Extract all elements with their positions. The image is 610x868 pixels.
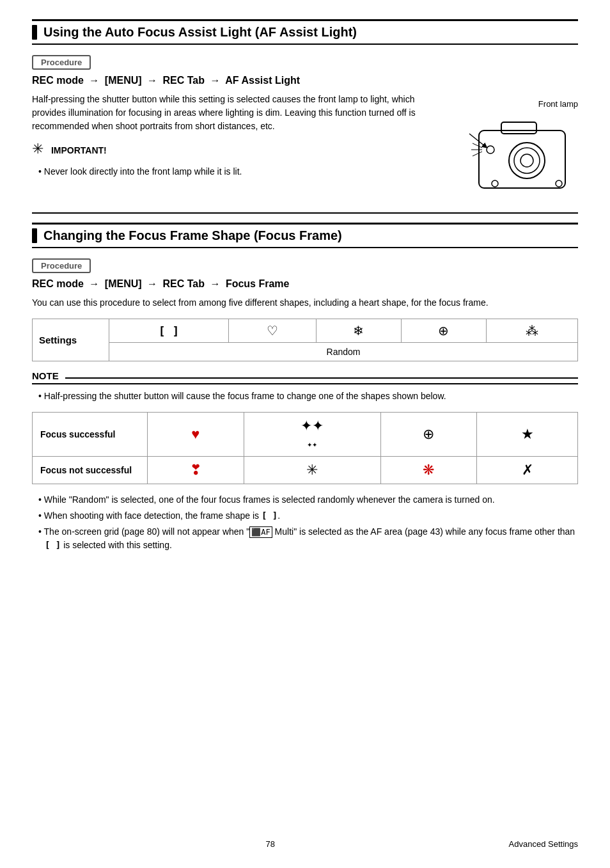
note-bullet-1: Half-pressing the shutter button will ca… [32,390,578,403]
focus-fail-icon-3: ❋ [380,457,477,484]
focus-success-icon-4: ★ [477,413,578,457]
nav2-part4: Focus Frame [226,278,290,289]
nav-arrow2: → [147,75,157,86]
svg-point-7 [492,180,498,187]
nav-path-2: REC mode → [MENU] → REC Tab → Focus Fram… [32,278,578,290]
focus-fail-icon-1: ❣ [148,457,244,484]
svg-line-6 [469,134,485,146]
focus-not-successful-label: Focus not successful [33,457,148,484]
section1-body-area: Half-pressing the shutter button while t… [32,93,578,200]
svg-point-3 [514,148,540,173]
page-footer: 78 Advanced Settings [32,839,578,849]
svg-point-4 [520,154,533,167]
important-block: ✳ IMPORTANT! [32,142,450,156]
settings-icon-3: ❄ [316,319,401,343]
footer-section-label: Advanced Settings [509,839,578,849]
important-icon: ✳ IMPORTANT! [32,142,107,156]
settings-random: Random [109,343,578,361]
nav-part4: AF Assist Light [225,75,300,86]
svg-line-11 [473,152,482,156]
procedure-badge-1: Procedure [32,52,578,75]
section2-title-bar: Changing the Focus Frame Shape (Focus Fr… [32,223,578,248]
section1-text-content: Half-pressing the shutter button while t… [32,93,450,181]
page-number: 78 [32,839,509,849]
bullet-4: The on-screen grid (page 80) will not ap… [32,525,578,552]
svg-rect-1 [501,122,536,134]
nav-arrow3: → [210,75,220,86]
settings-table: Settings [ ] ♡ ❄ ⊕ ⁂ Random [32,319,578,361]
settings-icon-4: ⊕ [401,319,486,343]
note-title: NOTE [32,370,578,384]
section2-title: Changing the Focus Frame Shape (Focus Fr… [43,228,342,243]
note-block: NOTE Half-pressing the shutter button wi… [32,370,578,403]
front-lamp-label: Front lamp [463,99,578,109]
svg-rect-0 [479,130,565,188]
focus-fail-icon-2: ✳ [244,457,380,484]
focus-table: Focus successful ♥ ✦✦✦✦ ⊕ ★ Focus not su… [32,412,578,484]
nav2-part2: [MENU] [105,278,142,289]
bullet-3: When shooting with face detection, the f… [32,509,578,523]
focus-success-icon-1: ♥ [148,413,244,457]
focus-fail-icon-4: ✗ [477,457,578,484]
nav-path-1: REC mode → [MENU] → REC Tab → AF Assist … [32,75,578,86]
nav2-part1: REC mode [32,278,84,289]
title-accent-2 [32,228,37,243]
nav2-part3: REC Tab [162,278,204,289]
settings-icon-1: [ ] [109,319,229,343]
nav2-arrow2: → [147,278,157,289]
focus-success-icon-3: ⊕ [380,413,477,457]
procedure-badge-2: Procedure [32,256,578,278]
section1-title-bar: Using the Auto Focus Assist Light (AF As… [32,19,578,45]
important-bullet: Never look directly into the front lamp … [32,165,450,178]
section1-body-text: Half-pressing the shutter button while t… [32,93,450,133]
settings-icon-2: ♡ [229,319,316,343]
section-divider-1 [32,212,578,214]
nav-arrow1: → [89,75,99,86]
section1-title: Using the Auto Focus Assist Light (AF As… [43,25,357,40]
svg-line-9 [473,143,482,148]
bullet-2: While "Random" is selected, one of the f… [32,493,578,507]
focus-successful-label: Focus successful [33,413,148,457]
settings-label: Settings [33,319,109,361]
nav-part3: REC Tab [162,75,204,86]
settings-icon-5: ⁂ [486,319,577,343]
svg-point-5 [487,146,494,154]
focus-success-icon-2: ✦✦✦✦ [244,413,380,457]
nav2-arrow1: → [89,278,99,289]
title-accent [32,25,37,40]
note-line [65,377,578,379]
nav-part1: REC mode [32,75,84,86]
camera-svg [466,114,575,198]
front-lamp-diagram: Front lamp [463,99,578,200]
svg-point-8 [556,180,562,187]
nav2-arrow3: → [210,278,220,289]
nav-part2: [MENU] [105,75,142,86]
section2-body-text: You can use this procedure to select fro… [32,296,578,310]
